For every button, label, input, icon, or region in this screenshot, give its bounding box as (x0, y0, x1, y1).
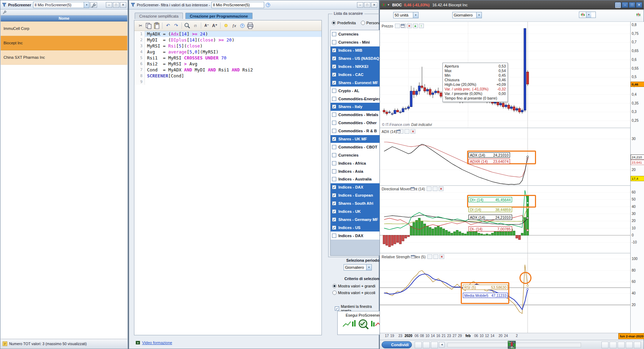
checkbox-icon[interactable]: ✓ (332, 185, 336, 189)
code-line[interactable]: 2MyDI = (DIplus[14](close) >= 20) (134, 37, 321, 43)
screener-name-input[interactable] (211, 2, 264, 8)
checkbox-icon[interactable]: ✓ (332, 48, 336, 52)
checkbox-icon[interactable]: ✓ (332, 104, 336, 109)
minimize-button[interactable]: – (106, 2, 112, 8)
candles-mini-icon[interactable] (634, 342, 641, 348)
help-icon[interactable]: ? (238, 22, 246, 30)
radio-icon[interactable] (332, 291, 337, 295)
checkbox-icon[interactable] (332, 32, 336, 36)
chevron-down-icon[interactable]: ▼ (586, 12, 591, 18)
undo-icon[interactable]: ↶ (164, 22, 172, 30)
close-button[interactable]: ✕ (120, 2, 126, 8)
video-training-link[interactable]: Video formazione (142, 341, 172, 345)
code-line[interactable]: 4Avg = average[5,0](MyRSI) (134, 49, 321, 55)
checkbox-icon[interactable] (332, 234, 336, 238)
paste-icon[interactable] (153, 22, 161, 30)
screener-result-row[interactable]: Biocept Inc (1, 36, 127, 50)
checkbox-icon[interactable]: ✓ (335, 306, 339, 311)
font-decrease-icon[interactable]: A⁻ (203, 22, 211, 30)
code-line[interactable]: 1MyADX = (Adx[14] >= 24) (134, 31, 321, 37)
maximize-button[interactable]: □ (629, 2, 635, 8)
hint-icon[interactable] (222, 22, 230, 30)
criteria-option[interactable]: Mostra valori + piccoli (332, 291, 375, 295)
close-button[interactable]: ✕ (371, 2, 377, 8)
code-line[interactable]: 6Rsi2 = MyRSI > Avg (134, 61, 321, 67)
axis-label: 0,35 (632, 101, 638, 105)
scan-type-option[interactable]: Predefinita (332, 21, 356, 25)
checkbox-icon[interactable] (332, 40, 336, 44)
checkbox-icon[interactable]: ✓ (332, 56, 336, 61)
radio-icon[interactable] (332, 21, 336, 25)
checkbox-icon[interactable] (332, 89, 336, 93)
code-line[interactable]: 7Cond = MyADX AND MyDI AND Rsi1 AND Rsi2 (134, 67, 321, 73)
checkbox-icon[interactable]: ✓ (332, 81, 336, 85)
chevron-down-icon[interactable]: ▼ (366, 265, 371, 270)
checkbox-icon[interactable] (332, 161, 336, 165)
cut-icon[interactable]: ✂ (136, 22, 145, 30)
panel-separator[interactable] (380, 185, 630, 186)
settings-wrench-button[interactable] (90, 2, 97, 8)
code-line[interactable]: 8SCREENER[Cond] (134, 73, 321, 79)
redo-icon[interactable]: ↷ (172, 22, 180, 30)
radio-icon[interactable] (361, 21, 365, 25)
checkbox-icon[interactable]: ✓ (332, 209, 336, 214)
font-increase-icon[interactable]: A⁺ (211, 22, 219, 30)
radio-icon[interactable] (332, 284, 337, 288)
screener-selector[interactable]: Il Mio ProScreener(5) ▼ (33, 2, 89, 8)
layout-grid-icon[interactable] (615, 2, 621, 8)
window-icon[interactable] (433, 254, 438, 259)
maximize-button[interactable]: □ (113, 2, 119, 8)
minimize-button[interactable]: – (357, 2, 363, 8)
screener-result-row[interactable]: China SXT Pharmas Inc (1, 50, 127, 65)
panel-separator[interactable] (380, 253, 630, 253)
checkbox-icon[interactable]: ✓ (332, 201, 336, 205)
print-icon[interactable] (246, 22, 254, 30)
checkbox-icon[interactable]: ✓ (332, 137, 336, 141)
panel-toggle-icon[interactable] (636, 12, 641, 17)
code-line[interactable]: 5Rsi1 = MyRSI CROSSES UNDER 70 (134, 55, 321, 61)
timeframe-select[interactable]: Giornaliero ▼ (452, 12, 482, 18)
maximize-button[interactable]: □ (364, 2, 370, 8)
checkbox-icon[interactable] (332, 129, 336, 133)
tab-creazione-semplificata[interactable]: Creazione semplificata (135, 13, 183, 19)
help-icon[interactable]: ? (266, 3, 270, 7)
comment-icon[interactable]: (/) (191, 22, 199, 30)
chevron-down-icon[interactable]: ▼ (84, 2, 89, 8)
chevron-down-icon[interactable]: ▼ (476, 12, 482, 18)
checkbox-icon[interactable]: ✓ (332, 64, 336, 69)
annotation-circle-rsi[interactable] (519, 272, 531, 284)
chart-style-select[interactable]: ▼ (579, 12, 596, 18)
checkbox-icon[interactable]: ✓ (332, 72, 336, 77)
window-icon[interactable] (401, 24, 406, 28)
criteria-option[interactable]: Mostra valori + grandi (332, 284, 375, 288)
code-area[interactable]: 1MyADX = (Adx[14] >= 24)2MyDI = (DIplus[… (134, 31, 321, 335)
chevron-down-icon[interactable]: ▼ (413, 12, 418, 18)
minimize-button[interactable]: – (622, 2, 628, 8)
close-button[interactable]: ✕ (636, 2, 642, 8)
column-header-nome[interactable]: Nome (1, 15, 127, 21)
checkbox-icon[interactable] (332, 145, 336, 149)
tab-creazione-programmazione[interactable]: Creazione per Programmazione (185, 13, 253, 19)
search-icon[interactable] (183, 22, 191, 30)
window-icon[interactable] (433, 186, 438, 191)
code-line[interactable]: 3MyRSI = Rsi[5](close) (134, 43, 321, 49)
checkbox-icon[interactable] (332, 177, 336, 181)
wrench-icon[interactable] (2, 10, 7, 15)
scan-item-label: Shares - Italy (338, 104, 362, 109)
units-select[interactable]: 50 unità ▼ (393, 12, 419, 18)
screener-result-row[interactable]: ImmuCell Corp (1, 21, 127, 36)
checkbox-icon[interactable] (332, 97, 336, 101)
functions-icon[interactable]: ƒx (230, 22, 238, 30)
checkbox-icon[interactable]: ✓ (332, 217, 336, 222)
checkbox-icon[interactable]: ✓ (332, 226, 336, 230)
period-select[interactable]: Giornaliero ▼ (344, 264, 372, 271)
code-line[interactable]: 9 (134, 79, 321, 85)
checkbox-icon[interactable]: ✓ (332, 193, 336, 197)
checkbox-icon[interactable] (332, 121, 336, 125)
checkbox-icon[interactable] (332, 113, 336, 117)
panel-separator[interactable] (380, 128, 630, 128)
window-icon[interactable] (404, 129, 409, 134)
checkbox-icon[interactable] (332, 169, 336, 173)
checkbox-icon[interactable] (332, 153, 336, 157)
copy-icon[interactable] (145, 22, 153, 30)
